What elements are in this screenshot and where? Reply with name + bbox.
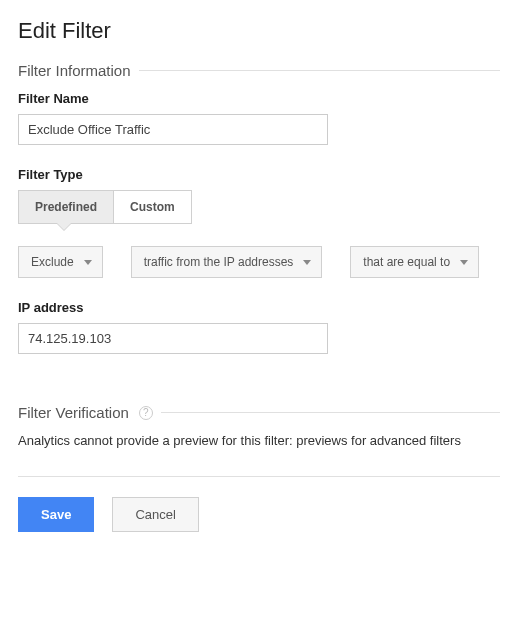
action-buttons: Save Cancel [18, 497, 500, 532]
ip-address-input[interactable] [18, 323, 328, 354]
filter-name-input[interactable] [18, 114, 328, 145]
filter-source-select[interactable]: traffic from the IP addresses [131, 246, 323, 278]
chevron-down-icon [303, 260, 311, 265]
filter-expression-select[interactable]: that are equal to [350, 246, 479, 278]
filter-action-value: Exclude [31, 255, 74, 269]
filter-source-value: traffic from the IP addresses [144, 255, 294, 269]
section-title: Filter Verification [18, 404, 129, 421]
footer-divider [18, 476, 500, 477]
filter-type-toggle: Predefined Custom [18, 190, 192, 224]
custom-tab[interactable]: Custom [113, 191, 191, 223]
filter-name-field: Filter Name [18, 91, 500, 145]
filter-information-header: Filter Information [18, 62, 500, 79]
page-title: Edit Filter [18, 18, 500, 44]
filter-action-select[interactable]: Exclude [18, 246, 103, 278]
save-button[interactable]: Save [18, 497, 94, 532]
filter-expression-value: that are equal to [363, 255, 450, 269]
filter-type-label: Filter Type [18, 167, 500, 182]
chevron-down-icon [84, 260, 92, 265]
active-tab-indicator-fill [57, 223, 71, 230]
filter-verification-header: Filter Verification ? [18, 404, 500, 421]
filter-type-field: Filter Type Predefined Custom Exclude tr… [18, 167, 500, 354]
help-icon[interactable]: ? [139, 406, 153, 420]
chevron-down-icon [460, 260, 468, 265]
predefined-tab[interactable]: Predefined [19, 191, 113, 223]
ip-address-label: IP address [18, 300, 500, 315]
filter-name-label: Filter Name [18, 91, 500, 106]
section-title: Filter Information [18, 62, 131, 79]
divider [139, 70, 500, 71]
verification-message: Analytics cannot provide a preview for t… [18, 433, 500, 448]
cancel-button[interactable]: Cancel [112, 497, 198, 532]
divider [161, 412, 500, 413]
predefined-filter-row: Exclude traffic from the IP addresses th… [18, 246, 500, 278]
